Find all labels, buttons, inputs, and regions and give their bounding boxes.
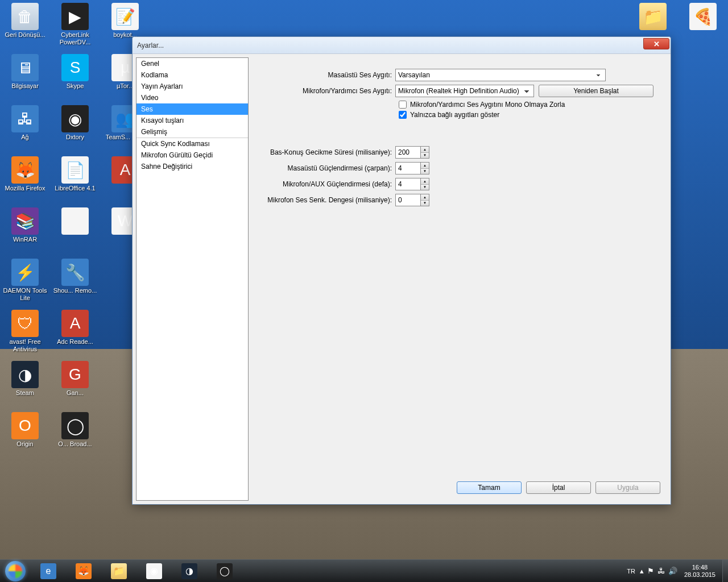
spin-up-icon[interactable]: ▲	[421, 147, 429, 153]
spin-up-icon[interactable]: ▲	[421, 194, 429, 201]
language-indicator[interactable]: TR	[627, 568, 635, 575]
force-mono-checkbox[interactable]	[399, 101, 407, 109]
mic-sync-spinner[interactable]: ▲▼	[395, 194, 429, 206]
ptt-delay-input[interactable]	[395, 146, 420, 159]
sidebar-item[interactable]: Genel	[136, 58, 248, 69]
settings-sidebar: GenelKodlamaYayın AyarlarıVideoSesKısayo…	[136, 57, 249, 501]
desktop-icon[interactable]: A Adc Reade...	[50, 307, 100, 358]
taskbar-app-ie[interactable]: e	[31, 560, 66, 582]
taskbar-app-obs[interactable]: ◯	[207, 560, 242, 582]
desktop-icon[interactable]: 🦊 Mozilla Firefox	[0, 153, 50, 205]
spin-up-icon[interactable]: ▲	[421, 178, 429, 185]
desktop-icon[interactable]: ◯ O... Broad...	[50, 409, 100, 460]
desktop-icon[interactable]: ⚡ DAEMON Tools Lite	[0, 256, 50, 307]
app-icon	[61, 207, 89, 235]
desktop-icon[interactable]: ▶ CyberLink PowerDV...	[50, 0, 100, 51]
icon-label: WinRAR	[13, 236, 37, 243]
show-connected-label[interactable]: Yalnızca bağlı aygıtları göster	[410, 111, 499, 119]
restart-button[interactable]: Yeniden Başlat	[539, 85, 653, 97]
desktop-boost-input[interactable]	[395, 162, 420, 174]
app-icon: 🖧	[11, 105, 39, 132]
sidebar-item[interactable]: Kodlama	[136, 69, 248, 81]
desktop-icon[interactable]: G Gan...	[50, 358, 100, 409]
mic-device-label: Mikrofon/Yardımcı Ses Aygıtı:	[259, 87, 395, 95]
app-icon: 🦊	[11, 156, 39, 184]
sidebar-item[interactable]: Mikrofon Gürültü Geçidi	[136, 149, 248, 161]
force-mono-label[interactable]: Mikrofon/Yardımcı Ses Aygıtını Mono Olma…	[410, 101, 565, 109]
show-connected-checkbox[interactable]	[399, 111, 407, 119]
desktop-icon[interactable]: ◉ Dxtory	[50, 102, 100, 153]
desktop-icon[interactable]	[50, 205, 100, 256]
icon-label: Dxtory	[66, 134, 84, 141]
spin-down-icon[interactable]: ▼	[421, 153, 429, 159]
mic-sync-label: Mikrofon Ses Senk. Dengesi (milisaniye):	[259, 196, 395, 204]
show-desktop-button[interactable]	[722, 560, 728, 583]
icon-label: Steam	[16, 389, 34, 397]
start-button[interactable]	[0, 560, 31, 583]
action-center-icon[interactable]: ⚑	[647, 567, 654, 575]
system-tray: TR ▴ ⚑ 🖧 🔊 16:48 28.03.2015	[627, 560, 722, 582]
spin-up-icon[interactable]: ▲	[421, 163, 429, 169]
desktop-icon[interactable]: 🖧 Ağ	[0, 102, 50, 153]
desktop-icon[interactable]: 🖥 Bilgisayar	[0, 51, 50, 102]
app-icon: A	[61, 310, 89, 337]
dialog-buttons: Tamam İptal Uygula	[457, 481, 660, 494]
taskbar-app-firefox[interactable]: 🦊	[66, 560, 101, 582]
date-text: 28.03.2015	[684, 571, 715, 579]
desktop-icon[interactable]: 🛡 avast! Free Antivirus	[0, 307, 50, 358]
sidebar-item[interactable]: Yayın Ayarları	[136, 81, 248, 92]
spin-down-icon[interactable]: ▼	[421, 185, 429, 190]
app-icon: S	[61, 54, 89, 81]
app-icon: 📄	[61, 156, 89, 184]
firefox-icon: 🦊	[76, 563, 92, 579]
app-icon: ◉	[61, 105, 89, 132]
settings-window: Ayarlar... ✕ GenelKodlamaYayın AyarlarıV…	[132, 36, 671, 505]
ok-button[interactable]: Tamam	[457, 481, 522, 494]
chevron-up-icon[interactable]: ▴	[640, 567, 644, 575]
desktop-icon[interactable]: 🗑 Geri Dönüşü...	[0, 0, 50, 51]
taskbar-app-explorer[interactable]: 📁	[101, 560, 136, 582]
app-icon: ⚡	[11, 259, 39, 286]
ptt-delay-spinner[interactable]: ▲▼	[395, 146, 429, 159]
network-icon[interactable]: 🖧	[657, 567, 665, 575]
icon-label: LibreOffice 4.1	[55, 185, 95, 192]
icon-label: µTor...	[117, 82, 134, 90]
app-icon: ◑	[11, 361, 39, 388]
desktop-icon[interactable]: 📄 LibreOffice 4.1	[50, 153, 100, 205]
desktop-icon[interactable]: O Origin	[0, 409, 50, 460]
time-text: 16:48	[684, 564, 715, 571]
window-title: Ayarlar...	[137, 41, 164, 49]
spin-down-icon[interactable]: ▼	[421, 169, 429, 174]
sidebar-item[interactable]: Sahne Değiştirici	[136, 161, 248, 172]
apply-button[interactable]: Uygula	[595, 481, 660, 494]
mic-boost-input[interactable]	[395, 178, 420, 190]
spin-down-icon[interactable]: ▼	[421, 201, 429, 206]
desktop-icon[interactable]: 📚 WinRAR	[0, 205, 50, 256]
cancel-button[interactable]: İptal	[526, 481, 591, 494]
close-button[interactable]: ✕	[643, 38, 669, 49]
taskbar-app-steam[interactable]: ◑	[172, 560, 207, 582]
explorer-icon: 📁	[111, 563, 127, 579]
desktop-icon[interactable]: 🔧 Shou... Remo...	[50, 256, 100, 307]
icon-label: Mozilla Firefox	[5, 185, 46, 192]
sidebar-item[interactable]: Kısayol tuşları	[136, 115, 248, 126]
mic-boost-spinner[interactable]: ▲▼	[395, 178, 429, 190]
desktop-boost-spinner[interactable]: ▲▼	[395, 162, 429, 174]
app-icon: 🍕	[689, 3, 717, 30]
sidebar-item[interactable]: Video	[136, 92, 248, 103]
taskbar-app-chrome[interactable]: ◉	[136, 560, 172, 582]
sidebar-item[interactable]: Gelişmiş	[136, 126, 248, 138]
desktop-icon[interactable]: S Skype	[50, 51, 100, 102]
sidebar-item[interactable]: Ses	[136, 103, 248, 115]
desktop-device-select[interactable]: Varsayılan	[395, 69, 606, 81]
app-icon: 📁	[639, 3, 667, 30]
mic-boost-label: Mikrofon/AUX Güçlendirmesi (defa):	[259, 180, 395, 188]
mic-device-select[interactable]: Mikrofon (Realtek High Definition Audio)	[395, 85, 534, 97]
volume-icon[interactable]: 🔊	[668, 567, 677, 575]
titlebar[interactable]: Ayarlar... ✕	[133, 37, 671, 54]
clock[interactable]: 16:48 28.03.2015	[682, 564, 718, 579]
desktop-icon[interactable]: 🍕	[678, 0, 728, 51]
sidebar-item[interactable]: Quick Sync Kodlaması	[136, 138, 248, 149]
desktop-icon[interactable]: ◑ Steam	[0, 358, 50, 409]
mic-sync-input[interactable]	[395, 194, 420, 206]
